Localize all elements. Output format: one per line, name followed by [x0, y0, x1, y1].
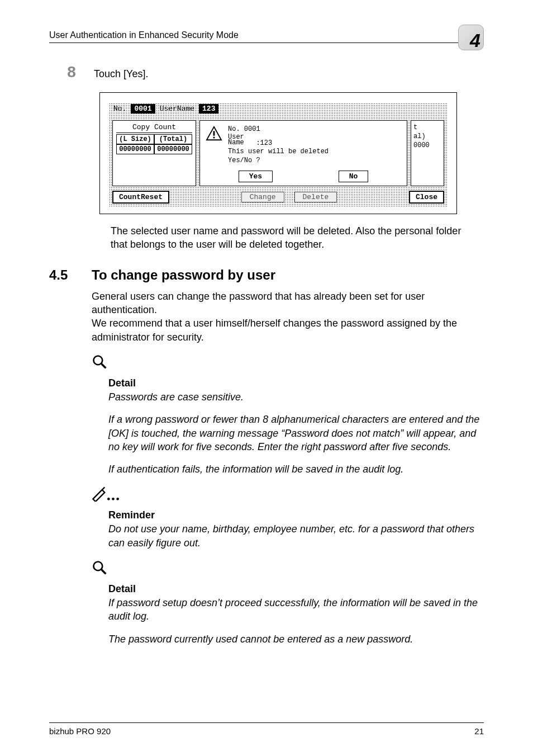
- detail1-p1: Passwords are case sensitive.: [108, 390, 484, 404]
- right-cut-2: al): [413, 132, 441, 141]
- detail1-p3: If authentication fails, the information…: [108, 462, 484, 476]
- yes-button[interactable]: Yes: [239, 171, 273, 182]
- reminder-title: Reminder: [108, 509, 484, 521]
- step-row: 8 Touch [Yes].: [49, 63, 484, 81]
- step-text: Touch [Yes].: [94, 68, 148, 80]
- reminder-p1: Do not use your name, birthday, employee…: [108, 522, 484, 550]
- svg-line-5: [102, 488, 105, 490]
- svg-point-9: [94, 562, 103, 571]
- scr-username-label: UserName: [158, 104, 197, 114]
- scr-no-value: 0001: [131, 104, 155, 114]
- detail-note-1: Detail Passwords are case sensitive. If …: [92, 354, 484, 476]
- dialog-username: :123: [256, 139, 272, 147]
- step-number: 8: [49, 63, 94, 81]
- svg-line-10: [102, 570, 106, 574]
- dialog-name: Name: [228, 139, 244, 147]
- after-screenshot-text: The selected user name and password will…: [111, 224, 478, 252]
- reminder-note: Reminder Do not use your name, birthday,…: [92, 486, 484, 550]
- header-title: User Authentication in Enhanced Security…: [49, 30, 239, 40]
- confirm-dialog: No. 0001 User Name :123 This user will b…: [199, 120, 407, 186]
- magnifier-icon: [92, 354, 107, 370]
- chapter-number: 4: [470, 30, 480, 51]
- footer-left: bizhub PRO 920: [49, 726, 111, 736]
- section-intro-2: We recommend that a user himself/herself…: [92, 316, 484, 344]
- copy-count-col2-val: 00000000: [154, 144, 192, 154]
- device-screenshot: No. 0001 UserName 123 Copy Count (L Size…: [99, 92, 457, 214]
- detail2-p2: The password currently used cannot be en…: [108, 632, 484, 646]
- detail-note-2: Detail If password setup doesn’t proceed…: [92, 560, 484, 646]
- delete-button[interactable]: Delete: [294, 192, 337, 202]
- section-number: 4.5: [49, 267, 92, 283]
- detail2-p1: If password setup doesn’t proceed succes…: [108, 596, 484, 623]
- svg-point-8: [116, 498, 119, 500]
- svg-line-4: [102, 363, 106, 368]
- confirm-dialog-text: No. 0001 User Name :123 This user will b…: [228, 125, 329, 165]
- dialog-msg: This user will be deleted: [228, 148, 329, 157]
- section-title: To change password by user: [92, 267, 275, 282]
- scr-top-bar: No. 0001 UserName 123: [109, 103, 448, 115]
- close-button[interactable]: Close: [409, 191, 444, 204]
- copy-count-title: Copy Count: [116, 123, 192, 133]
- no-button[interactable]: No: [339, 171, 369, 182]
- scr-no-label: No.: [111, 104, 129, 114]
- svg-point-6: [107, 498, 110, 500]
- copy-count-panel: Copy Count (L Size) (Total) 00000000 000…: [112, 120, 196, 186]
- change-button[interactable]: Change: [241, 192, 284, 202]
- pen-dots-icon: [92, 486, 123, 502]
- copy-count-col1-head: (L Size): [116, 134, 154, 144]
- chapter-badge: 4: [458, 25, 484, 50]
- scr-username-value: 123: [199, 104, 218, 114]
- svg-point-7: [112, 498, 115, 500]
- right-cut-1: t: [413, 123, 441, 132]
- copy-count-col2-head: (Total): [154, 134, 192, 144]
- right-cut-3: 0000: [413, 141, 441, 150]
- footer-page: 21: [474, 726, 484, 736]
- svg-point-3: [94, 356, 103, 365]
- dialog-question: Yes/No ?: [228, 157, 329, 166]
- copy-count-col1-val: 00000000: [116, 144, 154, 154]
- svg-rect-2: [213, 137, 215, 139]
- detail-title-2: Detail: [108, 583, 484, 595]
- section-intro-1: General users can change the password th…: [92, 290, 484, 317]
- detail-title-1: Detail: [108, 377, 484, 389]
- page-header: User Authentication in Enhanced Security…: [49, 18, 484, 43]
- magnifier-icon: [92, 560, 107, 575]
- warning-icon: [206, 125, 222, 142]
- scr-right-panel: t al) 0000: [411, 120, 444, 186]
- page-footer: bizhub PRO 920 21: [49, 722, 484, 736]
- svg-rect-1: [213, 131, 215, 135]
- section-heading: 4.5To change password by user: [49, 267, 484, 283]
- detail1-p2: If a wrong password or fewer than 8 alph…: [108, 413, 484, 453]
- count-reset-button[interactable]: CountReset: [112, 191, 169, 204]
